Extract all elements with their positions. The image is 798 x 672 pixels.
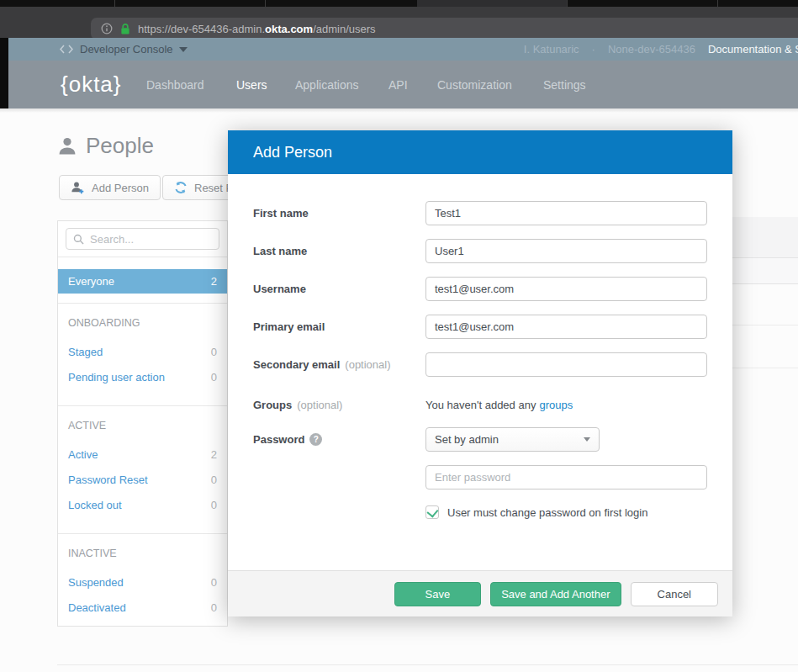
refresh-icon <box>174 181 188 194</box>
url-text: https://dev-654436-admin.okta.com/admin/… <box>138 23 376 35</box>
active-browser-tab[interactable] <box>417 0 567 7</box>
search-input[interactable] <box>90 233 199 246</box>
nav-item-applications[interactable]: Applications <box>295 78 359 92</box>
console-switcher[interactable]: Developer Console <box>59 38 188 61</box>
browser-url-bar: https://dev-654436-admin.okta.com/admin/… <box>0 7 798 38</box>
section-header: ONBOARDING <box>68 317 217 329</box>
filter-count: 2 <box>211 448 217 461</box>
documentation-link[interactable]: Documentation & S <box>708 43 798 56</box>
nav-item-users[interactable]: Users <box>236 78 267 92</box>
groups-row: Groups(optional) You haven't added anygr… <box>228 393 732 417</box>
dot-separator: · <box>592 43 595 56</box>
window-edge <box>0 38 8 108</box>
last-name-row: Last name <box>228 239 732 263</box>
first-name-input[interactable] <box>425 201 707 225</box>
filter-count: 0 <box>211 346 217 358</box>
add-person-button[interactable]: Add Person <box>59 175 161 200</box>
filter-section-inactive: INACTIVE Suspended 0 Deactivated 0 <box>58 533 227 627</box>
search-row <box>58 221 227 257</box>
chevron-down-icon <box>179 47 188 52</box>
filter-count: 0 <box>211 474 217 486</box>
modal-header: Add Person <box>228 130 732 174</box>
nav-item-api[interactable]: API <box>388 78 408 92</box>
page-bottom-divider <box>57 664 798 665</box>
filter-section-onboarding: ONBOARDING Staged 0 Pending user action … <box>58 303 227 396</box>
add-person-icon <box>71 181 85 195</box>
filter-count: 0 <box>211 371 217 384</box>
address-bar[interactable]: https://dev-654436-admin.okta.com/admin/… <box>91 18 798 40</box>
nav-shadow <box>0 108 798 113</box>
tab-divider <box>717 0 718 7</box>
username-input[interactable] <box>425 277 707 301</box>
main-nav-bar: {okta} Dashboard Users Applications API … <box>0 61 798 108</box>
org-name: None-dev-654436 <box>608 43 695 56</box>
secure-lock-icon[interactable] <box>120 23 130 35</box>
people-filter-sidebar: Everyone 2 ONBOARDING Staged 0 Pending u… <box>57 220 228 627</box>
save-and-add-another-button[interactable]: Save and Add Another <box>490 582 621 606</box>
cancel-button[interactable]: Cancel <box>631 582 718 606</box>
nav-item-dashboard[interactable]: Dashboard <box>146 78 204 92</box>
okta-logo[interactable]: {okta} <box>61 71 122 98</box>
modal-title: Add Person <box>253 144 332 161</box>
password-input-row <box>228 465 732 489</box>
change-password-checkbox[interactable] <box>425 505 439 519</box>
section-header: ACTIVE <box>68 420 217 431</box>
filter-password-reset[interactable]: Password Reset 0 <box>68 467 217 492</box>
filter-suspended[interactable]: Suspended 0 <box>68 569 217 595</box>
secondary-email-input[interactable] <box>425 352 707 377</box>
primary-email-row: Primary email <box>228 315 732 339</box>
filter-active[interactable]: Active 2 <box>68 442 217 467</box>
password-input[interactable] <box>425 465 707 489</box>
search-icon <box>73 234 84 245</box>
last-name-input[interactable] <box>425 239 707 263</box>
filter-pending-user-action[interactable]: Pending user action 0 <box>68 364 217 389</box>
developer-console-bar: Developer Console I. Katunaric · None-de… <box>0 38 798 61</box>
modal-footer: Save Save and Add Another Cancel <box>228 570 732 616</box>
password-row: Password Set by admin <box>228 427 732 452</box>
filter-deactivated[interactable]: Deactivated 0 <box>68 595 217 620</box>
primary-email-input[interactable] <box>425 315 707 339</box>
page-title: People <box>57 133 154 159</box>
nav-item-customization[interactable]: Customization <box>437 78 512 92</box>
filter-section-active: ACTIVE Active 2 Password Reset 0 Locked … <box>58 405 227 524</box>
filter-staged[interactable]: Staged 0 <box>68 339 217 364</box>
browser-tabstrip <box>0 0 798 7</box>
password-type-select[interactable]: Set by admin <box>425 427 600 452</box>
select-caret-icon <box>584 437 590 442</box>
filter-count: 0 <box>211 499 217 511</box>
filter-count: 2 <box>211 275 217 288</box>
secondary-email-row: Secondary email(optional) <box>228 352 732 377</box>
page-info-icon[interactable] <box>101 23 113 34</box>
console-label: Developer Console <box>80 43 173 56</box>
filter-locked-out[interactable]: Locked out 0 <box>68 492 217 517</box>
first-name-row: First name <box>228 201 732 225</box>
save-button[interactable]: Save <box>394 582 482 606</box>
groups-link[interactable]: groups <box>539 399 573 411</box>
nav-item-settings[interactable]: Settings <box>543 78 586 92</box>
section-header: INACTIVE <box>68 548 217 559</box>
change-password-row: User must change password on first login <box>228 504 732 528</box>
tab-divider <box>114 0 115 7</box>
search-field-frame <box>66 228 219 250</box>
person-icon <box>57 136 77 156</box>
filter-count: 0 <box>211 601 217 614</box>
username-row: Username <box>228 277 732 301</box>
add-person-modal: Add Person First name Last name Username… <box>228 130 732 616</box>
filter-everyone[interactable]: Everyone 2 <box>58 269 227 294</box>
help-icon[interactable] <box>309 433 322 446</box>
tab-divider <box>567 0 568 7</box>
filter-count: 0 <box>211 576 217 589</box>
user-name: I. Katunaric <box>524 43 579 56</box>
tab-divider <box>265 0 266 7</box>
code-brackets-icon <box>59 45 74 54</box>
